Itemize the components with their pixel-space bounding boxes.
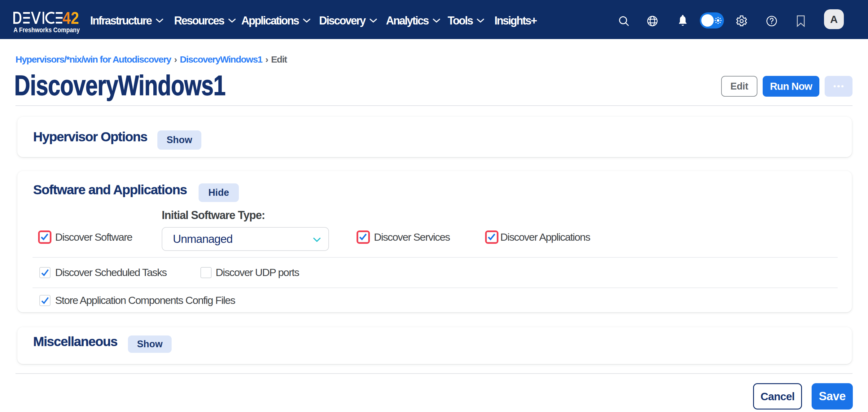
svg-text:42: 42 — [63, 12, 79, 28]
svg-text:A Freshworks Company: A Freshworks Company — [13, 26, 80, 34]
